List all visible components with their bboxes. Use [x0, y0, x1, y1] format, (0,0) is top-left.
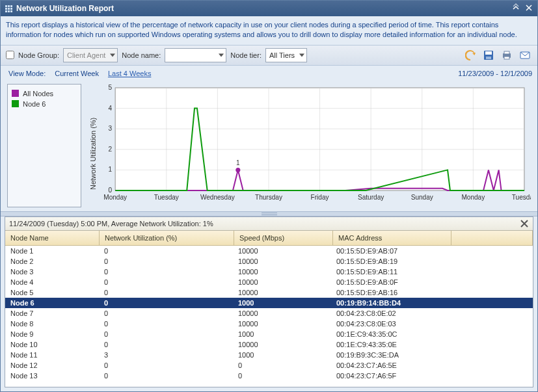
cell-util: 0 [99, 361, 233, 369]
chart-y-axis-label: Network Utilization (%) [88, 84, 98, 207]
cell-util: 0 [99, 289, 233, 296]
svg-text:Tuesday: Tuesday [512, 194, 531, 201]
svg-point-38 [235, 168, 240, 172]
cell-mac: 00:04:23:C8:0E:03 [331, 320, 449, 328]
cell-speed: 10000 [233, 289, 331, 296]
cell-speed: 10000 [233, 268, 331, 276]
cell-node-name: Node 13 [5, 372, 99, 380]
svg-text:Friday: Friday [311, 194, 329, 201]
cell-mac: 00:04:23:C7:A6:5F [331, 372, 449, 380]
svg-text:2: 2 [109, 146, 113, 153]
col-spacer [451, 231, 533, 245]
table-row[interactable]: Node 301000000:15:5D:E9:AB:11 [5, 267, 533, 277]
filter-bar: Node Group: Client Agent Node name: Node… [1, 45, 537, 66]
legend-item-all[interactable]: All Nodes [12, 88, 77, 99]
table-row[interactable]: Node 401000000:15:5D:E9:AB:0F [5, 277, 533, 287]
cell-speed: 10000 [233, 320, 331, 328]
node-tier-value: All Tiers [269, 51, 295, 59]
table-row[interactable]: Node 201000000:15:5D:E9:AB:19 [5, 256, 533, 267]
refresh-icon[interactable] [463, 48, 477, 62]
node-group-label: Node Group: [18, 51, 59, 59]
svg-text:Saturday: Saturday [358, 194, 384, 201]
chart-plot[interactable]: 012345MondayTuesdayWednesdayThursdayFrid… [98, 84, 531, 207]
close-icon[interactable] [524, 3, 533, 14]
col-mac[interactable]: MAC Address [333, 231, 451, 245]
cell-util: 0 [99, 341, 233, 348]
view-mode-current[interactable]: Current Week [55, 70, 99, 77]
cell-node-name: Node 5 [5, 289, 99, 296]
cell-node-name: Node 1 [5, 247, 99, 255]
cell-mac: 00:19:B9:3C:3E:DA [331, 351, 449, 359]
email-icon[interactable] [518, 48, 532, 62]
table-row[interactable]: Node 1001000000:1E:C9:43:35:0E [5, 339, 533, 350]
col-node-name[interactable]: Node Name [5, 231, 100, 245]
col-network-util[interactable]: Network Utilization (%) [100, 231, 234, 245]
table-row[interactable]: Node 60100000:19:B9:14:BB:D4 [5, 298, 533, 308]
cell-node-name: Node 4 [5, 278, 99, 286]
cell-util: 0 [99, 278, 233, 286]
cell-node-name: Node 10 [5, 341, 99, 348]
svg-text:Sunday: Sunday [411, 194, 433, 201]
view-mode-alt-link[interactable]: Last 4 Weeks [108, 70, 151, 77]
detail-panel: 11/24/2009 (Tuesday) 5:00 PM, Average Ne… [5, 216, 533, 387]
app-icon [5, 5, 12, 12]
node-group-select[interactable]: Client Agent [63, 48, 118, 62]
cell-speed: 0 [233, 372, 331, 380]
table-row[interactable]: Node 101000000:15:5D:E9:AB:07 [5, 246, 533, 256]
splitter-handle[interactable] [1, 211, 537, 216]
detail-close-icon[interactable] [520, 219, 529, 228]
cell-mac: 00:1E:C9:43:35:0E [331, 341, 449, 348]
collapse-icon[interactable] [511, 3, 520, 14]
table-row[interactable]: Node 701000000:04:23:C8:0E:02 [5, 308, 533, 319]
svg-rect-2 [486, 57, 491, 59]
cell-node-name: Node 8 [5, 320, 99, 328]
cell-mac: 00:19:B9:14:BB:D4 [331, 299, 449, 307]
cell-mac: 00:15:5D:E9:AB:16 [331, 289, 449, 296]
cell-speed: 10000 [233, 257, 331, 265]
table-row[interactable]: Node 501000000:15:5D:E9:AB:16 [5, 287, 533, 298]
legend-item-node6[interactable]: Node 6 [12, 99, 77, 109]
col-speed[interactable]: Speed (Mbps) [234, 231, 333, 245]
svg-text:Monday: Monday [461, 194, 485, 201]
cell-speed: 10000 [233, 247, 331, 255]
cell-util: 3 [99, 351, 233, 359]
node-tier-select[interactable]: All Tiers [265, 48, 307, 62]
chart-legend: All Nodes Node 6 [7, 84, 81, 207]
svg-text:1: 1 [236, 159, 240, 166]
cell-util: 0 [99, 372, 233, 380]
cell-node-name: Node 6 [5, 299, 99, 307]
cell-mac: 00:15:5D:E9:AB:19 [331, 257, 449, 265]
chart-zone: All Nodes Node 6 Network Utilization (%)… [1, 81, 537, 211]
cell-speed: 10000 [233, 341, 331, 348]
table-row[interactable]: Node 90100000:1E:C9:43:35:0C [5, 329, 533, 339]
detail-table-body[interactable]: Node 101000000:15:5D:E9:AB:07Node 201000… [5, 246, 533, 387]
table-row[interactable]: Node 120000:04:23:C7:A6:5E [5, 360, 533, 371]
cell-speed: 10000 [233, 278, 331, 286]
print-icon[interactable] [500, 48, 514, 62]
table-row[interactable]: Node 113100000:19:B9:3C:3E:DA [5, 350, 533, 360]
cell-util: 0 [99, 320, 233, 328]
cell-node-name: Node 9 [5, 330, 99, 338]
legend-label: All Nodes [23, 90, 53, 98]
cell-util: 0 [99, 309, 233, 317]
detail-header: 11/24/2009 (Tuesday) 5:00 PM, Average Ne… [9, 220, 213, 228]
node-group-checkbox[interactable] [6, 51, 14, 59]
svg-text:1: 1 [109, 166, 113, 173]
svg-text:Wednesday: Wednesday [200, 194, 235, 201]
svg-text:3: 3 [109, 125, 113, 132]
node-name-select[interactable] [165, 48, 226, 62]
view-mode-bar: View Mode: Current Week Last 4 Weeks 11/… [1, 66, 537, 81]
title-bar: Network Utilization Report [1, 1, 537, 16]
svg-text:0: 0 [109, 187, 113, 194]
table-row[interactable]: Node 130000:04:23:C7:A6:5F [5, 371, 533, 381]
legend-swatch [12, 90, 19, 97]
view-mode-label: View Mode: [8, 70, 46, 77]
cell-mac: 00:15:5D:E9:AB:0F [331, 278, 449, 286]
cell-util: 0 [99, 268, 233, 276]
save-icon[interactable] [481, 48, 496, 62]
table-row[interactable]: Node 801000000:04:23:C8:0E:03 [5, 319, 533, 329]
svg-text:Tuesday: Tuesday [154, 194, 179, 201]
cell-mac: 00:1E:C9:43:35:0C [331, 330, 449, 338]
svg-text:Thursday: Thursday [255, 194, 282, 201]
cell-node-name: Node 7 [5, 309, 99, 317]
